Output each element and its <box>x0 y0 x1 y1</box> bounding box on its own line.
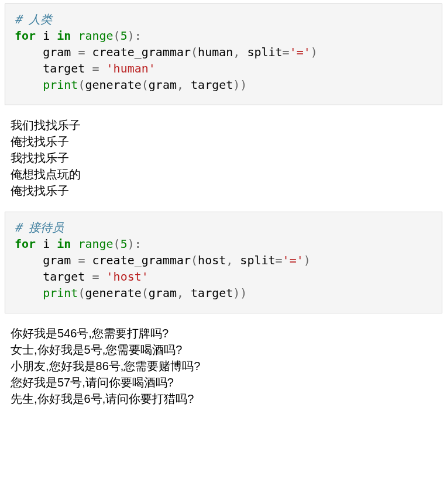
code-token: # 人类 <box>15 12 52 26</box>
notebook-container: # 人类 for i in range(5): gram = create_gr… <box>0 4 447 416</box>
code-token: host <box>198 253 226 267</box>
code-token: in <box>57 29 71 43</box>
code-token <box>99 270 106 284</box>
code-token: human <box>198 45 233 59</box>
code-token: ( <box>114 237 121 251</box>
code-token <box>71 237 78 251</box>
code-token: ( <box>78 286 85 300</box>
code-token <box>15 286 43 300</box>
code-token: i <box>36 237 57 251</box>
code-token: gram <box>149 286 177 300</box>
code-token: generate <box>85 78 141 92</box>
code-token: gram <box>15 253 78 267</box>
code-token: ( <box>191 45 198 59</box>
output-cell: 你好我是546号,您需要打牌吗? 女士,你好我是5号,您需要喝酒吗? 小朋友,您… <box>0 320 447 416</box>
code-token <box>99 61 106 75</box>
code-token: create_grammar <box>85 45 191 59</box>
code-token: create_grammar <box>85 253 191 267</box>
code-token: ( <box>191 253 198 267</box>
code-token: , <box>177 286 184 300</box>
code-token: for <box>15 237 36 251</box>
code-token: split <box>233 253 275 267</box>
code-cell: # 人类 for i in range(5): gram = create_gr… <box>5 4 442 105</box>
code-token: = <box>78 45 85 59</box>
output-cell: 我们找找乐子 俺找找乐子 我找找乐子 俺想找点玩的 俺找找乐子 <box>0 112 447 208</box>
code-token: target <box>15 61 92 75</box>
code-token: target <box>15 270 92 284</box>
code-token: 'human' <box>106 61 156 75</box>
code-token: ( <box>78 78 85 92</box>
code-token: , <box>226 253 233 267</box>
code-token: = <box>276 253 283 267</box>
code-token: ( <box>142 286 149 300</box>
code-token: ( <box>114 29 121 43</box>
code-token: generate <box>85 286 141 300</box>
code-token: , <box>233 45 240 59</box>
code-token: 'host' <box>106 270 149 284</box>
code-token: split <box>240 45 282 59</box>
code-token: target <box>184 78 233 92</box>
code-token: in <box>57 237 71 251</box>
code-token: ): <box>128 237 142 251</box>
code-token: print <box>43 78 78 92</box>
code-cell: # 接待员 for i in range(5): gram = create_g… <box>5 212 442 313</box>
code-token: , <box>177 78 184 92</box>
code-token: '=' <box>283 253 304 267</box>
code-token: # 接待员 <box>15 220 64 234</box>
code-token: = <box>92 270 99 284</box>
code-token: = <box>283 45 290 59</box>
code-token: for <box>15 29 36 43</box>
code-token: i <box>36 29 57 43</box>
code-token: gram <box>149 78 177 92</box>
code-token: ( <box>142 78 149 92</box>
code-token: ) <box>311 45 318 59</box>
code-token: )) <box>233 286 247 300</box>
code-token <box>71 29 78 43</box>
code-token: = <box>78 253 85 267</box>
code-token: )) <box>233 78 247 92</box>
code-token: print <box>43 286 78 300</box>
code-token: ) <box>304 253 311 267</box>
code-token: '=' <box>290 45 311 59</box>
code-token: = <box>92 61 99 75</box>
code-token <box>15 78 43 92</box>
code-token: ): <box>128 29 142 43</box>
code-token: gram <box>15 45 78 59</box>
code-token: 5 <box>121 29 128 43</box>
code-token: target <box>184 286 233 300</box>
code-token: range <box>78 29 113 43</box>
code-token: range <box>78 237 113 251</box>
code-token: 5 <box>121 237 128 251</box>
